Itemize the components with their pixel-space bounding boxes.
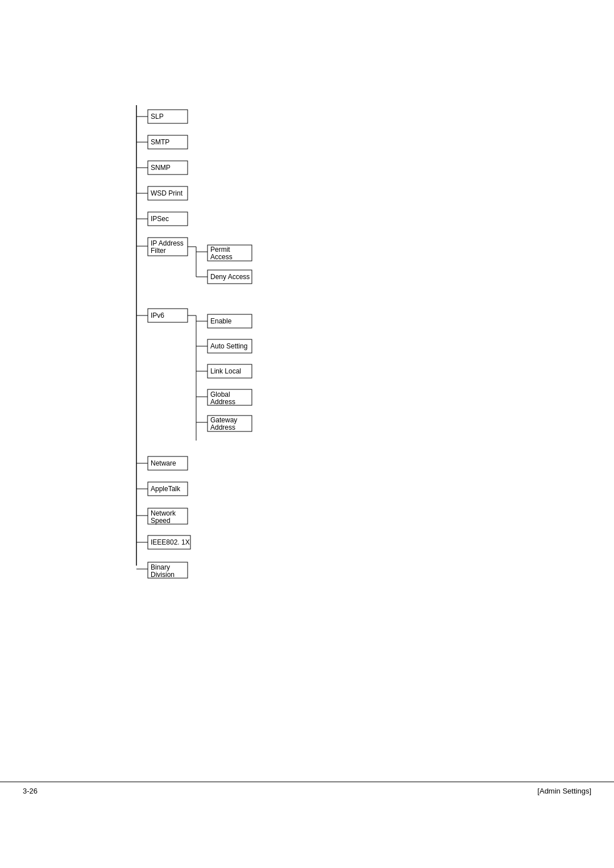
svg-text:IEEE802. 1X: IEEE802. 1X xyxy=(151,538,190,546)
svg-text:Speed: Speed xyxy=(151,517,171,525)
svg-text:IPv6: IPv6 xyxy=(151,312,164,319)
svg-text:SNMP: SNMP xyxy=(151,164,171,172)
svg-text:AppleTalk: AppleTalk xyxy=(151,485,181,493)
svg-text:SMTP: SMTP xyxy=(151,138,169,146)
svg-text:IP Address: IP Address xyxy=(151,239,184,247)
svg-text:IPSec: IPSec xyxy=(151,215,169,223)
page-number: 3-26 xyxy=(23,787,38,795)
svg-text:WSD Print: WSD Print xyxy=(151,189,183,197)
svg-text:Deny Access: Deny Access xyxy=(210,273,250,281)
svg-text:Address: Address xyxy=(210,423,235,431)
tree-diagram-svg: SLP SMTP SNMP WSD Print IPSec IP Address… xyxy=(131,105,375,617)
svg-text:Division: Division xyxy=(151,571,175,579)
section-title: [Admin Settings] xyxy=(537,787,591,795)
svg-text:Permit: Permit xyxy=(210,246,230,254)
diagram-container: SLP SMTP SNMP WSD Print IPSec IP Address… xyxy=(131,105,375,618)
svg-text:Netware: Netware xyxy=(151,459,176,467)
svg-text:Enable: Enable xyxy=(210,317,232,325)
page-footer: 3-26 [Admin Settings] xyxy=(0,782,614,800)
svg-text:Access: Access xyxy=(210,253,233,261)
svg-text:SLP: SLP xyxy=(151,113,164,121)
svg-text:Global: Global xyxy=(210,391,230,398)
svg-text:Link Local: Link Local xyxy=(210,367,241,375)
svg-text:Address: Address xyxy=(210,398,235,406)
page-container: SLP SMTP SNMP WSD Print IPSec IP Address… xyxy=(0,0,614,868)
svg-text:Gateway: Gateway xyxy=(210,416,237,424)
svg-text:Binary: Binary xyxy=(151,563,170,571)
svg-text:Network: Network xyxy=(151,509,176,517)
svg-text:Filter: Filter xyxy=(151,247,166,255)
svg-text:Auto Setting: Auto Setting xyxy=(210,342,247,350)
